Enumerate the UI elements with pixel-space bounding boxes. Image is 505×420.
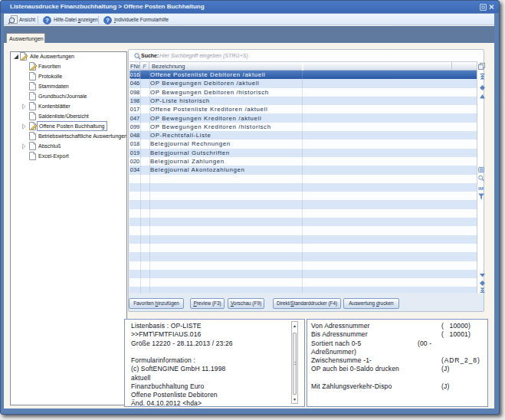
- svg-text:?: ?: [45, 17, 49, 24]
- svg-text:?: ?: [106, 17, 110, 24]
- svg-text:IM: IM: [478, 185, 484, 191]
